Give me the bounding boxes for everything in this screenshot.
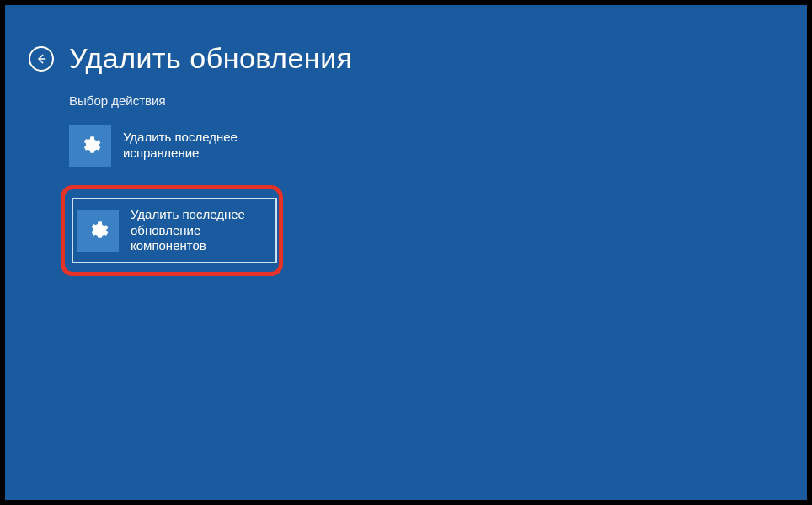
gear-icon bbox=[87, 220, 109, 242]
options-list: Удалить последнее исправление Удалить по… bbox=[69, 120, 807, 276]
highlight-annotation: Удалить последнее обновление компонентов bbox=[61, 185, 283, 276]
gear-icon bbox=[79, 135, 101, 157]
header-row: Удалить обновления bbox=[5, 5, 807, 75]
subtitle: Выбор действия bbox=[69, 93, 807, 108]
recovery-screen: Удалить обновления Выбор действия Удалит… bbox=[5, 5, 807, 500]
option-label: Удалить последнее обновление компонентов bbox=[131, 207, 272, 254]
page-title: Удалить обновления bbox=[69, 42, 353, 75]
back-button[interactable] bbox=[29, 46, 54, 72]
option-label: Удалить последнее исправление bbox=[123, 130, 270, 162]
option-remove-quality-update[interactable]: Удалить последнее исправление bbox=[69, 120, 270, 172]
option-icon-tile bbox=[77, 210, 119, 252]
option-icon-tile bbox=[69, 125, 111, 167]
option-remove-feature-update[interactable]: Удалить последнее обновление компонентов bbox=[72, 198, 277, 263]
back-arrow-icon bbox=[35, 53, 47, 65]
